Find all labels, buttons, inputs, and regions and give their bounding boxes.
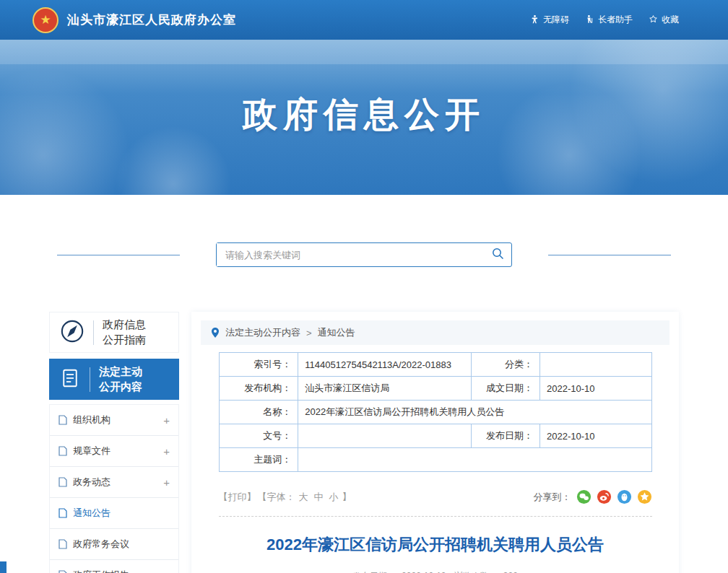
expander[interactable]: +	[163, 414, 170, 427]
keywords-label: 主题词：	[219, 448, 298, 472]
sidebar-item-government-news[interactable]: 政务动态 +	[50, 467, 178, 498]
table-row: 主题词：	[219, 448, 651, 472]
expander[interactable]: +	[163, 476, 170, 489]
print-button[interactable]: 【打印】	[219, 491, 256, 504]
name-value: 2022年濠江区信访局公开招聘机关聘用人员公告	[298, 401, 651, 424]
accessibility-label: 无障碍	[543, 14, 569, 26]
section-line1: 法定主动	[99, 364, 142, 379]
elder-assist-link[interactable]: 长者助手	[585, 14, 633, 26]
name-label: 名称：	[219, 401, 298, 424]
sidebar-item-executive-meetings[interactable]: 政府常务会议	[50, 529, 178, 560]
font-size-prefix: 【字体：	[258, 491, 295, 504]
top-bar: ★ 汕头市濠江区人民政府办公室 无障碍 长者助手 收藏	[0, 0, 728, 40]
favorite-link[interactable]: 收藏	[649, 14, 679, 26]
sidebar-item-regulations[interactable]: 规章文件 +	[50, 436, 178, 467]
index-label: 索引号：	[219, 353, 298, 377]
search-section	[0, 242, 728, 267]
page-icon	[58, 570, 67, 573]
doc-no-label: 文号：	[219, 424, 298, 448]
written-date-label: 成文日期：	[472, 377, 540, 401]
wechat-share-icon[interactable]	[576, 489, 592, 504]
article-toolbar: 【打印】 【字体： 大 中 小 】 分享到：	[219, 489, 652, 504]
star-icon	[649, 14, 658, 26]
favorite-label: 收藏	[662, 14, 679, 26]
breadcrumb-level2[interactable]: 通知公告	[318, 326, 355, 339]
sidebar-menu: 组织机构 + 规章文件 + 政务动态 + 通知公告 政府常务会议	[49, 404, 179, 573]
page-icon	[58, 508, 67, 518]
sidebar-item-work-report[interactable]: 政府工作报告	[50, 560, 178, 573]
banner-title: 政府信息公开	[0, 92, 728, 138]
font-size-small-button[interactable]: 小	[329, 491, 339, 504]
article-title: 2022年濠江区信访局公开招聘机关聘用人员公告	[201, 534, 670, 556]
doc-no-value	[298, 424, 472, 448]
font-size-large-button[interactable]: 大	[299, 491, 308, 504]
agency-value: 汕头市濠江区信访局	[298, 377, 472, 401]
sidebar-item-organization[interactable]: 组织机构 +	[50, 405, 178, 436]
section-card-label: 法定主动 公开内容	[99, 364, 142, 394]
sidebar-item-label: 规章文件	[73, 445, 110, 458]
sidebar: 政府信息 公开指南 法定主动 公开内容 组织机构 + 规章文件	[49, 312, 179, 573]
sidebar-item-statutory-disclosure[interactable]: 法定主动 公开内容	[49, 359, 179, 400]
accessibility-icon	[530, 14, 540, 26]
document-meta-table: 索引号： 11440512754542113A/2022-01883 分类： 发…	[219, 352, 652, 472]
sidebar-item-notices[interactable]: 通知公告	[50, 498, 178, 529]
page-icon	[58, 477, 67, 487]
edge-decoration	[0, 561, 6, 573]
table-row: 文号： 发布日期： 2022-10-10	[219, 424, 651, 448]
agency-label: 发布机构：	[219, 377, 298, 401]
right-divider-line	[548, 255, 671, 255]
page-icon	[58, 539, 67, 549]
page-icon	[58, 415, 67, 425]
compass-icon	[60, 319, 84, 346]
topbar-links: 无障碍 长者助手 收藏	[530, 14, 679, 26]
site-title: 汕头市濠江区人民政府办公室	[67, 12, 236, 28]
share-label: 分享到：	[534, 491, 571, 504]
section-line2: 公开内容	[99, 380, 142, 394]
sidebar-item-label: 组织机构	[73, 414, 110, 427]
table-row: 发布机构： 汕头市濠江区信访局 成文日期： 2022-10-10	[219, 377, 651, 401]
keywords-value	[298, 448, 651, 472]
article-meta: 发布日期：2022-10-10 浏览次数：322	[201, 570, 670, 573]
category-value	[540, 353, 651, 377]
location-pin-icon	[211, 327, 220, 338]
table-row: 名称： 2022年濠江区信访局公开招聘机关聘用人员公告	[219, 401, 651, 424]
breadcrumb-separator: >	[306, 328, 312, 338]
category-label: 分类：	[472, 353, 540, 377]
publish-date-label: 发布日期：	[472, 424, 540, 448]
search-input[interactable]	[217, 243, 484, 266]
qzone-share-icon[interactable]	[637, 489, 652, 504]
search-icon	[492, 248, 504, 262]
content-area: 政府信息 公开指南 法定主动 公开内容 组织机构 + 规章文件	[49, 312, 679, 573]
publish-date-value: 2022-10-10	[540, 424, 651, 448]
card-divider	[93, 320, 94, 345]
search-box	[216, 242, 512, 267]
sidebar-item-guide[interactable]: 政府信息 公开指南	[49, 312, 179, 353]
elder-assist-icon	[585, 14, 594, 26]
dashed-divider	[219, 516, 652, 517]
left-divider-line	[57, 255, 180, 255]
index-value: 11440512754542113A/2022-01883	[298, 353, 472, 377]
main-panel: 法定主动公开内容 > 通知公告 索引号： 11440512754542113A/…	[191, 312, 679, 573]
table-row: 索引号： 11440512754542113A/2022-01883 分类：	[219, 353, 651, 377]
weibo-share-icon[interactable]	[597, 489, 612, 504]
guide-card-label: 政府信息 公开指南	[103, 318, 146, 347]
sidebar-item-label: 政务动态	[73, 476, 110, 489]
elder-assist-label: 长者助手	[598, 14, 633, 26]
guide-line2: 公开指南	[103, 333, 146, 347]
font-size-medium-button[interactable]: 中	[314, 491, 324, 504]
qq-share-icon[interactable]	[617, 489, 632, 504]
banner: 政府信息公开	[0, 40, 728, 195]
search-button[interactable]	[484, 243, 511, 266]
font-size-suffix: 】	[342, 491, 352, 504]
page-icon	[58, 446, 67, 456]
sidebar-item-label: 政府工作报告	[73, 569, 129, 573]
sidebar-item-label: 通知公告	[73, 507, 110, 520]
card-divider	[90, 367, 90, 392]
written-date-value: 2022-10-10	[540, 377, 651, 401]
breadcrumb-level1[interactable]: 法定主动公开内容	[225, 326, 300, 339]
emblem-star: ★	[40, 12, 51, 27]
accessibility-link[interactable]: 无障碍	[530, 14, 569, 26]
share-bar: 分享到：	[534, 489, 652, 504]
sidebar-item-label: 政府常务会议	[73, 538, 129, 551]
expander[interactable]: +	[163, 445, 170, 458]
